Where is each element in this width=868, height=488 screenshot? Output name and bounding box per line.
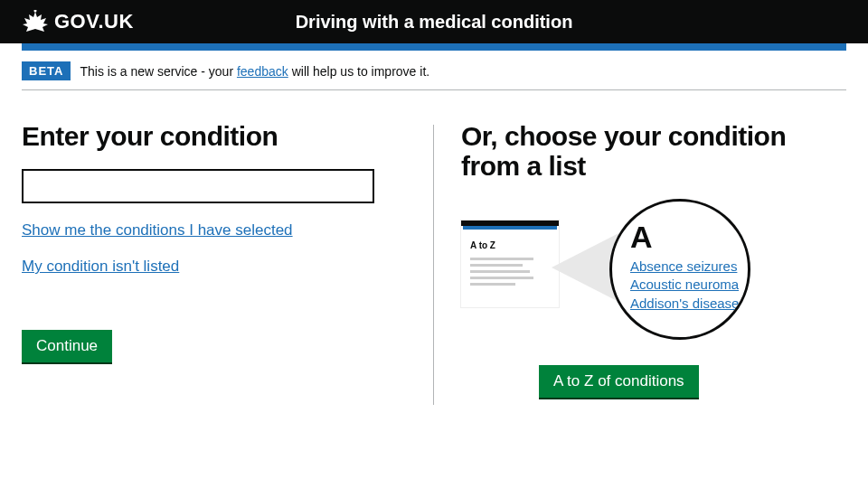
mag-link-3: Addison's disease xyxy=(630,295,735,313)
feedback-link[interactable]: feedback xyxy=(237,64,288,79)
choose-from-list-panel: Or, choose your condition from a list A … xyxy=(434,121,846,405)
mag-link-1: Absence seizures xyxy=(630,258,735,276)
mini-atoz-label: A to Z xyxy=(470,240,550,250)
enter-condition-panel: Enter your condition Show me the conditi… xyxy=(22,121,433,405)
govuk-logo[interactable]: GOV.UK xyxy=(22,10,134,33)
service-title: Driving with a medical condition xyxy=(296,12,573,33)
govuk-wordmark: GOV.UK xyxy=(54,10,134,33)
enter-condition-heading: Enter your condition xyxy=(22,121,406,151)
condition-input[interactable] xyxy=(22,169,374,203)
main-content: Enter your condition Show me the conditi… xyxy=(22,121,846,405)
continue-button[interactable]: Continue xyxy=(22,330,112,362)
choose-list-heading: Or, choose your condition from a list xyxy=(461,121,846,181)
beta-tag: BETA xyxy=(22,61,71,80)
phase-banner: BETA This is a new service - your feedba… xyxy=(22,61,846,90)
svg-point-0 xyxy=(34,10,37,13)
mini-page-icon: A to Z xyxy=(461,221,559,307)
not-listed-link[interactable]: My condition isn't listed xyxy=(22,258,179,276)
mag-link-2: Acoustic neuroma xyxy=(630,276,735,294)
magnifier-icon: A Absence seizures Acoustic neuroma Addi… xyxy=(609,199,750,340)
magnifier-letter: A xyxy=(630,221,735,252)
atoz-button[interactable]: A to Z of conditions xyxy=(539,365,699,398)
header-accent-bar xyxy=(22,43,846,51)
phase-text: This is a new service - your feedback wi… xyxy=(80,64,429,79)
crown-icon xyxy=(22,10,49,33)
site-header: GOV.UK Driving with a medical condition xyxy=(0,0,868,43)
atoz-illustration: A to Z A Absence seizures Acoustic neuro… xyxy=(461,208,846,389)
show-selected-link[interactable]: Show me the conditions I have selected xyxy=(22,221,293,239)
